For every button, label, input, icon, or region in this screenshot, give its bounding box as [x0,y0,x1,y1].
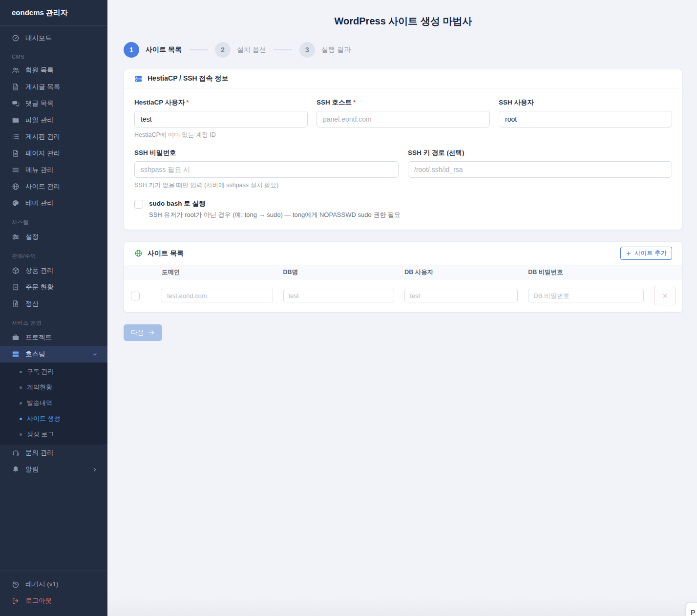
sidebar-item-dashboard[interactable]: 대시보드 [0,30,107,46]
section-label-system: 시스템 [12,219,96,226]
sidebar-item-themes[interactable]: 테마 관리 [0,195,107,212]
column-domain: 도메인 [162,268,273,276]
sudo-bash-help: SSH 유저가 root가 아닌 경우 (예: tong → sudo) — t… [149,211,401,219]
sidebar-item-settings[interactable]: 설정 [0,229,107,245]
menu-bars-icon [12,166,20,174]
sidebar-item-label: 로그아웃 [25,596,52,605]
field-hestia-user: HestiaCP 사용자* HestiaCP에 이미 있는 계정 ID [134,98,308,139]
server-icon [134,75,143,83]
sudo-bash-label: sudo bash 로 실행 [149,199,401,208]
db-user-input[interactable] [404,289,518,302]
sidebar-item-settlement[interactable]: 정산 [0,296,107,312]
submenu-item-subscriptions[interactable]: 구독 관리 [0,364,107,380]
domain-input[interactable] [162,289,273,302]
submenu-item-dispatch-history[interactable]: 발송내역 [0,395,107,411]
step-connector [189,49,208,50]
ssh-key-path-input[interactable] [408,161,672,178]
arrow-right-icon [148,329,155,336]
dashboard-icon [12,34,20,42]
sidebar-item-members[interactable]: 회원 목록 [0,62,107,79]
step-1-label: 사이트 목록 [146,45,182,54]
bullet-icon [20,433,22,436]
brand-title: eondcms 관리자 [0,0,107,26]
sidebar-item-projects[interactable]: 프로젝트 [0,329,107,346]
hestia-user-label: HestiaCP 사용자 [134,99,185,106]
section-label-cms: CMS [12,54,96,60]
delete-row-button[interactable] [654,286,676,305]
add-site-button[interactable]: 사이트 추가 [620,247,672,260]
step-connector [274,49,292,50]
sidebar-item-label: 문의 관리 [25,448,54,457]
field-ssh-user: SSH 사용자 [499,98,672,139]
ssh-user-input[interactable] [499,111,672,127]
floating-widget-fragment[interactable]: P [686,602,697,616]
sidebar-item-label: 대시보드 [25,34,52,42]
step-3: 3 실행 결과 [299,42,351,58]
db-name-input[interactable] [283,289,395,302]
site-table-header: 도메인 DB명 DB 사용자 DB 비밀번호 [124,265,682,279]
sidebar-item-label: 파일 관리 [25,116,54,125]
row-select-checkbox[interactable] [131,292,140,300]
ssh-key-path-label: SSH 키 경로 (선택) [408,149,672,157]
submenu-item-label: 사이트 생성 [27,414,61,423]
sidebar-item-inquiries[interactable]: 문의 관리 [0,445,107,461]
comments-icon [12,100,20,107]
ssh-host-input[interactable] [317,111,490,127]
sidebar-item-label: 알림 [25,465,85,474]
sidebar-item-pages[interactable]: 페이지 관리 [0,145,107,162]
step-2-label: 설치 옵션 [237,45,266,54]
sidebar-item-files[interactable]: 파일 관리 [0,112,107,128]
sidebar-spacer [0,478,107,571]
sidebar-item-sites[interactable]: 사이트 관리 [0,178,107,195]
history-icon [12,580,20,588]
sidebar-item-label: 프로젝트 [25,333,52,342]
sidebar-item-label: 회원 목록 [25,66,54,75]
sidebar-nav: 대시보드 CMS 회원 목록 게시글 목록 댓글 목록 파일 관리 게시판 관리… [0,26,107,571]
sidebar-item-label: 메뉴 관리 [25,166,54,174]
box-icon [12,267,20,275]
sidebar-item-logout[interactable]: 로그아웃 [0,593,107,609]
site-list-header: 사이트 목록 사이트 추가 [124,242,682,265]
hestia-user-input[interactable] [134,111,308,127]
briefcase-icon [12,334,20,341]
submenu-item-contracts[interactable]: 계약현황 [0,380,107,395]
sidebar-item-label: 설정 [25,233,39,241]
db-password-input[interactable] [528,289,644,302]
sidebar-item-label: 게시글 목록 [25,83,60,91]
sidebar-item-label: 상품 관리 [25,266,54,275]
sliders-icon [12,233,20,241]
sidebar-item-menus[interactable]: 메뉴 관리 [0,162,107,178]
invoice-icon [12,300,20,308]
chevron-down-icon [91,351,99,358]
bullet-icon [20,371,22,373]
next-step-button[interactable]: 다음 [124,324,162,341]
bell-icon [12,466,20,473]
chevron-right-icon [91,467,99,473]
section-label-service: 서비스 운영 [12,319,96,327]
sidebar-item-boards[interactable]: 게시판 관리 [0,128,107,145]
ssh-user-label: SSH 사용자 [499,98,672,107]
submenu-item-create-logs[interactable]: 생성 로그 [0,426,107,442]
sidebar-item-legacy[interactable]: 레거시 (v1) [0,576,107,593]
ssh-info-card: HestiaCP / SSH 접속 정보 HestiaCP 사용자* Hesti… [124,69,683,230]
headset-icon [12,449,20,457]
column-db-user: DB 사용자 [404,268,518,276]
ssh-password-input[interactable] [134,161,399,178]
document-icon [12,83,20,91]
floating-widget-letter: P [691,608,696,616]
submenu-item-label: 생성 로그 [27,430,54,439]
sidebar-item-hosting[interactable]: 호스팅 [0,346,107,362]
site-table-row [124,279,682,312]
site-list-title: 사이트 목록 [148,249,184,258]
sidebar-item-orders[interactable]: 주문 현황 [0,279,107,296]
sidebar-item-products[interactable]: 상품 관리 [0,262,107,279]
section-label-sales: 판매/수익 [12,253,96,260]
sidebar-item-comments[interactable]: 댓글 목록 [0,95,107,112]
sudo-bash-checkbox[interactable] [134,200,143,209]
sidebar-item-posts[interactable]: 게시글 목록 [0,79,107,95]
bullet-icon [20,402,22,404]
required-asterisk: * [186,99,189,106]
sidebar-item-label: 사이트 관리 [25,182,60,191]
sidebar-item-notifications[interactable]: 알림 [0,461,107,478]
submenu-item-site-create[interactable]: 사이트 생성 [0,411,107,426]
